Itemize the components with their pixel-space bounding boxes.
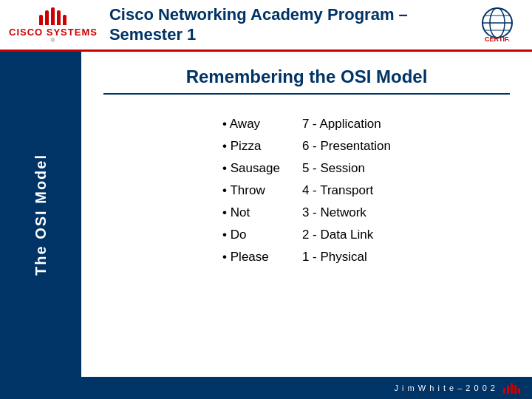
svg-text:CERTIF.: CERTIF. (484, 35, 509, 43)
cit-logo: CERTIF. (471, 4, 523, 45)
cisco-tagline: ® (51, 38, 55, 43)
two-column-layout: • Away• Pizza• Sausage• Throw• Not• Do• … (103, 117, 510, 265)
footer-cisco-logo (503, 383, 520, 394)
slide-content: Remembering the OSI Model • Away• Pizza•… (81, 52, 532, 377)
list-item: 1 - Physical (302, 250, 391, 265)
list-item: • Away (222, 117, 280, 132)
list-item: • Do (222, 228, 280, 242)
sidebar-label: The OSI Model (33, 154, 50, 276)
list-item: 2 - Data Link (302, 228, 391, 242)
header-title: Cisco Networking Academy Program – Semes… (109, 5, 471, 44)
header: CISCO SYSTEMS ® Cisco Networking Academy… (0, 0, 532, 52)
slide-title: Remembering the OSI Model (103, 66, 510, 95)
footer-text: J i m W h i t e – 2 0 0 2 (395, 383, 497, 392)
list-item: • Sausage (222, 161, 280, 176)
layers-column: 7 - Application6 - Presentation5 - Sessi… (302, 117, 391, 265)
list-item: • Not (222, 205, 280, 220)
list-item: 7 - Application (302, 117, 391, 132)
cisco-logo-area: CISCO SYSTEMS ® (9, 7, 98, 43)
list-item: 3 - Network (302, 205, 391, 220)
footer: J i m W h i t e – 2 0 0 2 (0, 377, 532, 399)
list-item: • Throw (222, 183, 280, 198)
list-item: 6 - Presentation (302, 139, 391, 154)
bullet-column: • Away• Pizza• Sausage• Throw• Not• Do• … (222, 117, 280, 265)
list-item: • Please (222, 250, 280, 265)
cisco-icon (39, 7, 66, 25)
list-item: 5 - Session (302, 161, 391, 176)
list-item: • Pizza (222, 139, 280, 154)
list-item: 4 - Transport (302, 183, 391, 198)
main-content: The OSI Model Remembering the OSI Model … (0, 52, 532, 377)
sidebar: The OSI Model (0, 52, 81, 377)
cisco-logo-text: CISCO SYSTEMS (9, 27, 98, 38)
